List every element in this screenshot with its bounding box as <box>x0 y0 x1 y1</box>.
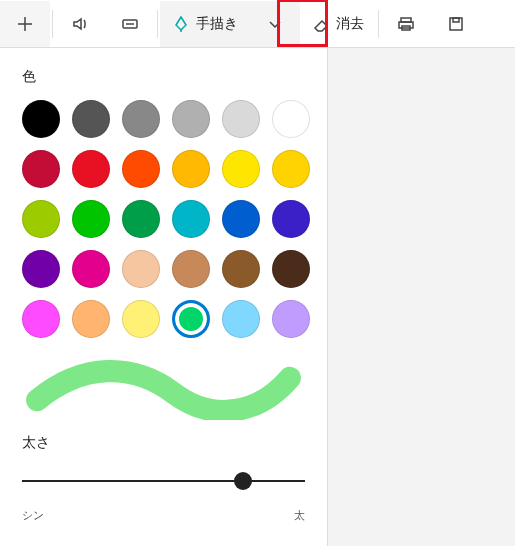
draw-options-panel: 色 太さ シン 太 <box>0 48 328 546</box>
thickness-section-label: 太さ <box>22 434 305 452</box>
eraser-icon <box>312 15 330 33</box>
color-swatch[interactable] <box>172 150 210 188</box>
erase-label: 消去 <box>336 15 364 33</box>
color-swatch[interactable] <box>122 300 160 338</box>
slider-max-label: 太 <box>294 508 305 523</box>
draw-label: 手描き <box>196 15 238 33</box>
color-swatch[interactable] <box>72 300 110 338</box>
color-swatch[interactable] <box>122 150 160 188</box>
content-area: 色 太さ シン 太 <box>0 48 515 546</box>
color-swatch[interactable] <box>172 250 210 288</box>
color-swatch[interactable] <box>222 100 260 138</box>
slider-min-label: シン <box>22 508 44 523</box>
color-swatch[interactable] <box>22 150 60 188</box>
color-swatch[interactable] <box>222 200 260 238</box>
fit-page-icon <box>121 15 139 33</box>
color-swatch[interactable] <box>272 300 310 338</box>
color-swatch[interactable] <box>22 300 60 338</box>
color-swatch[interactable] <box>222 150 260 188</box>
color-swatch[interactable] <box>122 250 160 288</box>
fit-page-button[interactable] <box>105 1 155 47</box>
color-swatch[interactable] <box>172 100 210 138</box>
color-swatch[interactable] <box>172 200 210 238</box>
plus-icon <box>16 15 34 33</box>
divider <box>378 10 379 38</box>
color-swatch[interactable] <box>272 100 310 138</box>
read-aloud-button[interactable] <box>55 1 105 47</box>
color-swatch[interactable] <box>22 250 60 288</box>
print-icon <box>397 15 415 33</box>
thickness-slider[interactable] <box>22 466 305 506</box>
color-section-label: 色 <box>22 68 305 86</box>
draw-tool-group: 手描き <box>160 1 300 47</box>
slider-labels: シン 太 <box>22 508 305 523</box>
draw-dropdown-button[interactable] <box>250 1 300 47</box>
color-swatch[interactable] <box>272 250 310 288</box>
save-button[interactable] <box>431 1 481 47</box>
color-swatch[interactable] <box>72 150 110 188</box>
color-swatch[interactable] <box>22 100 60 138</box>
color-swatch[interactable] <box>122 100 160 138</box>
divider <box>157 10 158 38</box>
color-swatch[interactable] <box>272 150 310 188</box>
color-swatch[interactable] <box>272 200 310 238</box>
pen-icon <box>172 15 190 33</box>
sound-icon <box>71 15 89 33</box>
slider-thumb[interactable] <box>234 472 252 490</box>
color-swatch[interactable] <box>222 300 260 338</box>
add-button[interactable] <box>0 1 50 47</box>
toolbar: 手描き 消去 <box>0 0 515 48</box>
color-swatch[interactable] <box>122 200 160 238</box>
svg-rect-4 <box>450 18 462 30</box>
svg-rect-5 <box>453 18 459 22</box>
color-grid <box>22 100 305 338</box>
svg-rect-2 <box>399 22 413 28</box>
color-swatch[interactable] <box>222 250 260 288</box>
color-swatch[interactable] <box>72 250 110 288</box>
page-area[interactable] <box>328 48 515 546</box>
stroke-preview <box>22 356 305 420</box>
color-swatch[interactable] <box>72 100 110 138</box>
draw-button[interactable]: 手描き <box>160 1 250 47</box>
erase-button[interactable]: 消去 <box>300 1 376 47</box>
chevron-down-icon <box>266 15 284 33</box>
save-icon <box>447 15 465 33</box>
color-swatch[interactable] <box>172 300 210 338</box>
print-button[interactable] <box>381 1 431 47</box>
color-swatch[interactable] <box>72 200 110 238</box>
color-swatch[interactable] <box>22 200 60 238</box>
divider <box>52 10 53 38</box>
slider-track <box>22 480 305 482</box>
